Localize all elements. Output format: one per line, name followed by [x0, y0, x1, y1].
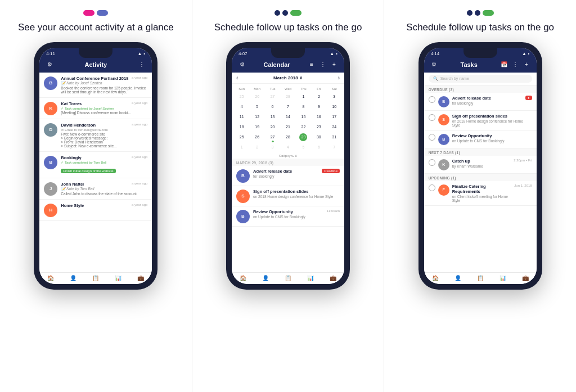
phone-notch-1	[79, 48, 112, 58]
task-check-5[interactable]	[429, 184, 435, 191]
cal-days-header: Sun Mon Tue Wed Thu Fri Sat	[234, 86, 342, 92]
filter-icon-3[interactable]: ⋮	[511, 60, 520, 69]
dot-green-3	[483, 10, 494, 16]
tab-user-3[interactable]: 👤	[454, 275, 461, 282]
cal-day-27p[interactable]: 27	[265, 92, 280, 102]
task-time-4: 2:30pm • Fri	[514, 159, 532, 162]
phone-2: 4:07 ▲ ▪ ⚙ Calendar ≡ ⋮ +	[226, 42, 350, 290]
cal-day-21[interactable]: 21	[280, 122, 295, 132]
time-3: 4:14	[431, 51, 440, 56]
cal-day-27[interactable]: 27	[265, 132, 280, 142]
filter-icon-2[interactable]: ⋮	[318, 60, 327, 69]
cal-day-18[interactable]: 18	[234, 122, 249, 132]
cal-day-26[interactable]: 26	[249, 132, 264, 142]
task-check-2[interactable]	[429, 114, 435, 121]
cal-day-9[interactable]: 9	[311, 102, 326, 112]
collapse-bar[interactable]: Свёрнуть ∧	[232, 152, 344, 159]
cal-day-6n[interactable]: 6	[311, 142, 326, 152]
tab-chart-3[interactable]: 📊	[500, 275, 506, 282]
tab-bag-2[interactable]: 💼	[330, 275, 336, 282]
prev-month[interactable]: ‹	[236, 75, 238, 81]
cal-day-30[interactable]: 30	[311, 132, 326, 142]
panel-title-1: See your account activity at a glance	[18, 21, 174, 34]
panel-activity: See your account activity at a glance 4:…	[0, 0, 192, 392]
cal-icon-3[interactable]: 📅	[500, 60, 508, 69]
cal-day-19[interactable]: 19	[249, 122, 264, 132]
tab-bag-3[interactable]: 💼	[522, 275, 529, 282]
activity-text-3: David Henderson a year ago ✉ Email to to…	[61, 123, 147, 148]
tab-bar-3: 🏠 👤 📋 📊 💼	[424, 272, 537, 284]
cal-day-28p[interactable]: 28	[280, 92, 295, 102]
cal-day-6[interactable]: 6	[265, 102, 280, 112]
cal-day-29-today[interactable]: 29	[296, 132, 311, 142]
filter-icon-1[interactable]: ⋮	[137, 60, 146, 69]
task-name-5: Finalize Catering Requirements	[452, 184, 512, 194]
tab-home-1[interactable]: 🏠	[47, 275, 54, 282]
cal-day-24[interactable]: 24	[327, 122, 342, 132]
cal-day-15[interactable]: 15	[296, 112, 311, 122]
add-icon-3[interactable]: +	[522, 60, 531, 69]
search-input[interactable]: 🔍 Search by name	[429, 75, 532, 83]
cal-day-5n[interactable]: 5	[296, 142, 311, 152]
tab-chart-1[interactable]: 📊	[115, 275, 122, 282]
event-item-1: B Advert release date for Bookingly Dead…	[232, 166, 344, 186]
cal-day-20[interactable]: 20	[265, 122, 280, 132]
cal-day-14[interactable]: 14	[280, 112, 295, 122]
cal-day-3[interactable]: 3	[327, 92, 342, 102]
activity-name-4: Bookingly	[61, 155, 81, 160]
task-sub-2: on 2018 Home design conference for Home …	[452, 119, 532, 127]
add-icon-2[interactable]: +	[330, 60, 339, 69]
task-check-1[interactable]	[429, 96, 435, 103]
cal-day-1n[interactable]: 1	[234, 142, 249, 152]
task-avatar-3: B	[438, 134, 449, 145]
cal-day-22[interactable]: 22	[296, 122, 311, 132]
tab-user-1[interactable]: 👤	[70, 275, 76, 282]
phone-notch-3	[464, 48, 497, 58]
tab-calendar-2[interactable]: 📋	[285, 275, 291, 282]
cal-day-3n[interactable]: 3	[265, 142, 280, 152]
cal-day-4n[interactable]: 4	[280, 142, 295, 152]
cal-day-4[interactable]: 4	[234, 102, 249, 112]
cal-day-17[interactable]: 17	[327, 112, 342, 122]
cal-day-11[interactable]: 11	[234, 112, 249, 122]
list-icon-2[interactable]: ≡	[307, 60, 316, 69]
task-check-3[interactable]	[429, 134, 435, 141]
tab-home-3[interactable]: 🏠	[432, 275, 439, 282]
task-sub-4: by Kham Warsame	[452, 164, 511, 168]
next-month[interactable]: ›	[338, 75, 340, 81]
event-sub-1: for Bookingly	[253, 174, 318, 178]
cal-day-5[interactable]: 5	[249, 102, 264, 112]
task-name-1: Advert release date	[452, 96, 523, 101]
cal-day-10[interactable]: 10	[327, 102, 342, 112]
cal-day-7n[interactable]: 7	[327, 142, 342, 152]
task-item-2: S Sign off presentation slides on 2018 H…	[424, 111, 537, 130]
cal-day-2n[interactable]: 2	[249, 142, 264, 152]
cal-day-1[interactable]: 1	[296, 92, 311, 102]
cal-day-25[interactable]: 25	[234, 132, 249, 142]
cal-day-25p[interactable]: 25	[234, 92, 249, 102]
cal-day-8[interactable]: 8	[296, 102, 311, 112]
tab-user-2[interactable]: 👤	[262, 275, 269, 282]
tab-home-2[interactable]: 🏠	[240, 275, 246, 282]
search-bar: 🔍 Search by name	[424, 73, 537, 85]
cal-day-13[interactable]: 13	[265, 112, 280, 122]
cal-day-12[interactable]: 12	[249, 112, 264, 122]
settings-icon-3[interactable]: ⚙	[430, 60, 439, 69]
cal-day-16[interactable]: 16	[311, 112, 326, 122]
cal-sat: Sat	[327, 86, 342, 92]
task-check-4[interactable]	[429, 159, 435, 166]
cal-day-23[interactable]: 23	[311, 122, 326, 132]
task-avatar-2: S	[438, 114, 449, 125]
settings-icon-1[interactable]: ⚙	[45, 60, 54, 69]
tab-calendar-3[interactable]: 📋	[477, 275, 484, 282]
settings-icon-2[interactable]: ⚙	[237, 60, 246, 69]
cal-day-7[interactable]: 7	[280, 102, 295, 112]
event-name-1: Advert release date	[253, 169, 318, 174]
tab-calendar-1[interactable]: 📋	[92, 275, 99, 282]
tab-chart-2[interactable]: 📊	[307, 275, 314, 282]
tab-bag-1[interactable]: 💼	[137, 275, 144, 282]
cal-day-26p[interactable]: 26	[249, 92, 264, 102]
cal-day-2[interactable]: 2	[311, 92, 326, 102]
cal-day-28[interactable]: 28	[280, 132, 295, 142]
cal-day-31[interactable]: 31	[327, 132, 342, 142]
